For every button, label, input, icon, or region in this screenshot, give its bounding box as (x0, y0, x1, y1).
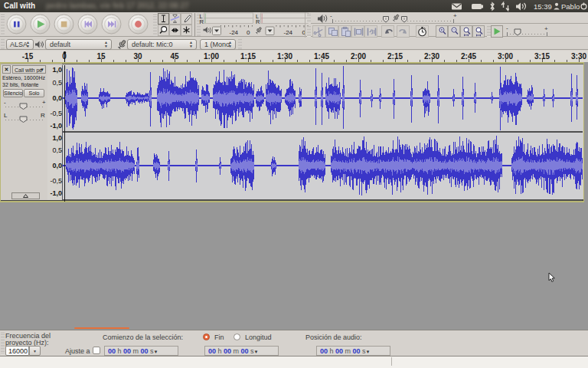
svg-text:15:39: 15:39 (534, 2, 552, 11)
svg-text:R: R (256, 18, 260, 25)
svg-text:+: + (544, 25, 548, 32)
svg-text:-: - (506, 25, 508, 31)
svg-text:-24: -24 (230, 29, 239, 36)
svg-text:Pablo: Pablo (561, 2, 580, 11)
svg-text:+: + (453, 12, 457, 19)
svg-text:-24: -24 (284, 29, 293, 36)
svg-text:-: - (330, 12, 332, 19)
svg-text:R: R (200, 18, 204, 25)
svg-text:0: 0 (247, 29, 250, 36)
